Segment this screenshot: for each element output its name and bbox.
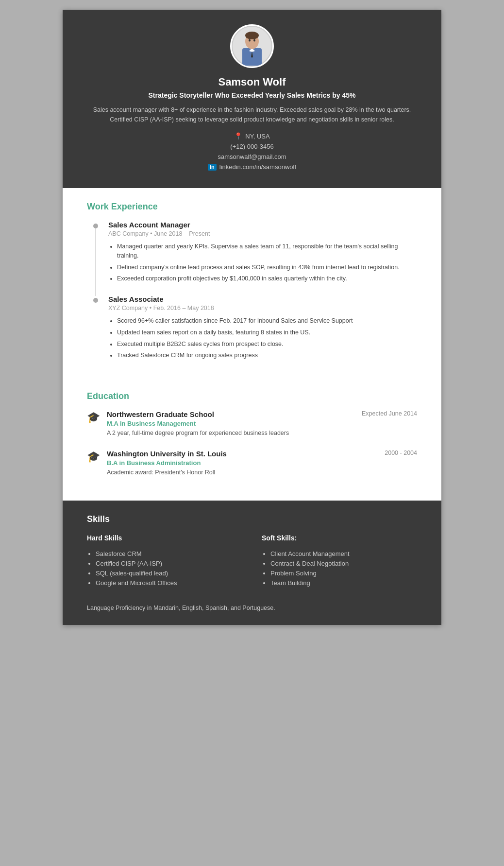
hard-skills-title: Hard Skills (87, 534, 242, 545)
edu-degree-1: M.A in Business Management (107, 420, 417, 427)
skills-section: Skills Hard Skills Salesforce CRM Certif… (63, 501, 441, 625)
list-item: Managed quarter and yearly KPIs. Supervi… (117, 242, 417, 260)
job-company-1: ABC Company (108, 230, 149, 237)
svg-point-7 (253, 39, 255, 42)
list-item: Team Building (270, 579, 417, 587)
edu-dates-2: 2000 - 2004 (385, 450, 417, 456)
list-item: Updated team sales report on a daily bas… (117, 328, 417, 337)
edu-degree-2: B.A in Business Administration (107, 459, 417, 467)
phone-contact: (+12) 000-3456 (92, 143, 412, 150)
svg-point-5 (245, 32, 259, 39)
skills-section-title: Skills (87, 514, 417, 524)
list-item: SQL (sales-qualified lead) (96, 570, 242, 577)
edu-school-2: Washington University in St. Louis (107, 450, 227, 458)
list-item: Executed multiple B2B2C sales cycles fro… (117, 340, 417, 349)
job-bullets-1: Managed quarter and yearly KPIs. Supervi… (108, 242, 417, 283)
location-icon: 📍 (234, 132, 242, 140)
avatar (230, 24, 274, 68)
list-item: Tracked Salesforce CRM for ongoing sales… (117, 351, 417, 360)
job-dates-2: Feb. 2016 – May 2018 (153, 305, 214, 312)
svg-point-6 (249, 39, 251, 42)
phone-text: (+12) 000-3456 (230, 143, 273, 150)
edu-section-title: Education (87, 391, 417, 401)
skills-grid: Hard Skills Salesforce CRM Certified CIS… (87, 534, 417, 589)
job-item-1: Sales Account Manager ABC Company • June… (97, 221, 417, 283)
list-item: Google and Microsoft Offices (96, 579, 242, 587)
linkedin-icon: in (208, 164, 217, 171)
edu-item-2: 🎓 Washington University in St. Louis 200… (87, 450, 417, 477)
list-item: Contract & Deal Negotiation (270, 560, 417, 567)
candidate-name: Samson Wolf (92, 76, 412, 88)
job-title-1: Sales Account Manager (108, 221, 417, 229)
list-item: Exceeded corporation profit objectives b… (117, 274, 417, 283)
work-timeline: Sales Account Manager ABC Company • June… (87, 221, 417, 360)
candidate-title: Strategic Storyteller Who Exceeded Yearl… (92, 91, 412, 99)
location-contact: 📍 NY, USA (92, 132, 412, 140)
edu-desc-2: Academic award: President's Honor Roll (107, 468, 417, 477)
list-item: Problem Solving (270, 570, 417, 577)
graduation-icon-1: 🎓 (87, 411, 100, 424)
education-section: Education 🎓 Northwestern Graduate School… (63, 381, 441, 501)
graduation-icon-2: 🎓 (87, 450, 100, 463)
job-bullets-2: Scored 96+% caller satisfaction since Fe… (108, 316, 417, 360)
job-dates-1: June 2018 – Present (154, 230, 210, 237)
job-title-2: Sales Associate (108, 295, 417, 303)
work-section-title: Work Experience (87, 202, 417, 212)
list-item: Certified CISP (AA-ISP) (96, 560, 242, 567)
edu-content-1: Northwestern Graduate School Expected Ju… (107, 410, 417, 438)
edu-content-2: Washington University in St. Louis 2000 … (107, 450, 417, 477)
location-text: NY, USA (245, 133, 269, 140)
soft-skills-title: Soft Skills: (262, 534, 417, 545)
soft-skills-col: Soft Skills: Client Account Management C… (262, 534, 417, 589)
email-text: samsonwalf@gmail.com (218, 153, 286, 160)
edu-item-1: 🎓 Northwestern Graduate School Expected … (87, 410, 417, 438)
job-meta-1: ABC Company • June 2018 – Present (108, 230, 417, 237)
work-experience-section: Work Experience Sales Account Manager AB… (63, 188, 441, 381)
candidate-summary: Sales account manager with 8+ of experie… (92, 105, 412, 124)
list-item: Defined company's online lead process an… (117, 263, 417, 272)
job-item-2: Sales Associate XYZ Company • Feb. 2016 … (97, 295, 417, 360)
header-section: Samson Wolf Strategic Storyteller Who Ex… (63, 10, 441, 188)
language-note: Language Proficiency in Mandarin, Englis… (87, 600, 417, 611)
edu-dates-1: Expected June 2014 (362, 410, 417, 417)
hard-skills-list: Salesforce CRM Certified CISP (AA-ISP) S… (87, 550, 242, 587)
job-meta-2: XYZ Company • Feb. 2016 – May 2018 (108, 305, 417, 312)
hard-skills-col: Hard Skills Salesforce CRM Certified CIS… (87, 534, 242, 589)
edu-desc-1: A 2 year, full-time degree program for e… (107, 429, 417, 438)
job-company-2: XYZ Company (108, 305, 148, 312)
list-item: Scored 96+% caller satisfaction since Fe… (117, 316, 417, 326)
linkedin-text: linkedin.com/in/samsonwolf (219, 163, 296, 171)
list-item: Salesforce CRM (96, 550, 242, 557)
linkedin-contact[interactable]: in linkedin.com/in/samsonwolf (92, 163, 412, 171)
list-item: Client Account Management (270, 550, 417, 557)
resume-container: Samson Wolf Strategic Storyteller Who Ex… (63, 10, 441, 625)
edu-school-1: Northwestern Graduate School (107, 410, 214, 418)
soft-skills-list: Client Account Management Contract & Dea… (262, 550, 417, 587)
email-contact: samsonwalf@gmail.com (92, 153, 412, 160)
